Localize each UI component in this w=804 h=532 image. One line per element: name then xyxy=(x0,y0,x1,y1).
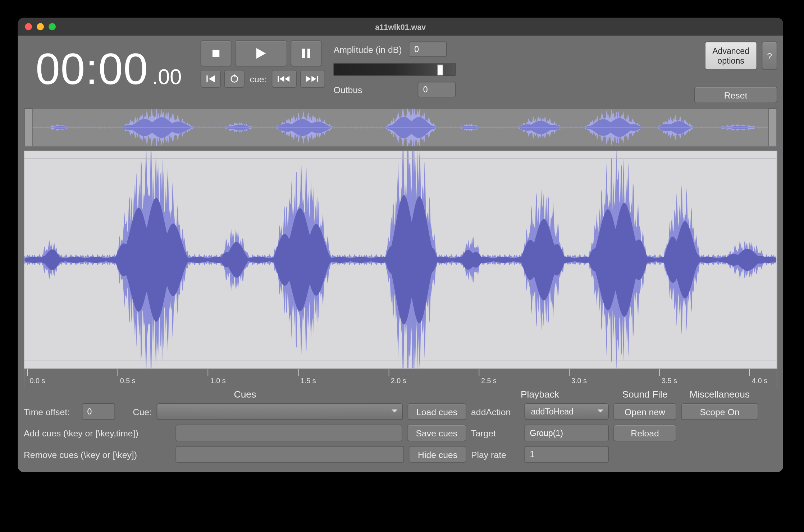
svg-rect-4 xyxy=(207,75,208,83)
svg-rect-3 xyxy=(307,49,310,58)
time-display: 00:00 .00 xyxy=(24,40,186,94)
ruler-tick: 4.0 s xyxy=(750,369,768,387)
playrate-input[interactable]: 1 xyxy=(525,446,609,463)
svg-rect-2 xyxy=(302,49,305,58)
main-waveform[interactable] xyxy=(24,151,777,369)
ruler-tick: 3.0 s xyxy=(569,369,587,387)
time-sub: .00 xyxy=(152,65,182,90)
ruler-tick: 2.5 s xyxy=(479,369,497,387)
playback-panel: addAction addToHead Target Group(1) Play… xyxy=(471,403,609,463)
play-button[interactable] xyxy=(235,40,287,66)
next-cue-button[interactable] xyxy=(300,70,325,88)
skip-to-start-button[interactable] xyxy=(201,70,221,88)
svg-marker-11 xyxy=(306,76,311,82)
ruler-tick: 1.5 s xyxy=(298,369,316,387)
open-new-button[interactable]: Open new xyxy=(613,403,676,420)
ruler-tick: 1.0 s xyxy=(208,369,226,387)
add-cues-label: Add cues (\key or [\key,time]) xyxy=(24,428,171,438)
ruler-tick: 3.5 s xyxy=(659,369,677,387)
remove-cues-input[interactable] xyxy=(175,446,404,463)
outbus-label: Outbus xyxy=(334,84,411,95)
main-wave-svg xyxy=(24,151,777,368)
svg-rect-0 xyxy=(213,50,220,57)
titlebar: a11wlk01.wav xyxy=(18,18,784,36)
misc-panel: Scope On xyxy=(681,403,758,463)
ruler-tick: 0.0 s xyxy=(27,369,45,387)
svg-marker-9 xyxy=(280,76,284,82)
outbus-value[interactable]: 0 xyxy=(418,82,456,97)
section-playback-header: Playback xyxy=(471,389,609,400)
amplitude-slider[interactable] xyxy=(334,63,456,76)
save-cues-button[interactable]: Save cues xyxy=(407,425,466,441)
remove-cues-label: Remove cues (\key or [\key]) xyxy=(24,449,171,459)
svg-marker-1 xyxy=(256,48,266,59)
cue-select-label: Cue: xyxy=(133,407,152,417)
soundfile-panel: Open new Reload xyxy=(613,403,676,463)
svg-rect-13 xyxy=(317,76,318,82)
playrate-label: Play rate xyxy=(471,449,520,459)
target-input[interactable]: Group(1) xyxy=(525,425,609,441)
window-title: a11wlk01.wav xyxy=(18,22,784,31)
loop-button[interactable] xyxy=(224,70,245,88)
target-label: Target xyxy=(471,428,520,438)
reset-button[interactable]: Reset xyxy=(694,87,777,103)
help-button[interactable]: ? xyxy=(762,42,777,70)
hide-cues-button[interactable]: Hide cues xyxy=(409,446,466,463)
cue-dropdown[interactable] xyxy=(156,403,403,420)
amplitude-label: Amplitude (in dB) xyxy=(334,44,402,54)
ruler-tick: 2.0 s xyxy=(388,369,406,387)
reload-button[interactable]: Reload xyxy=(613,425,676,441)
ruler-tick: 0.5 s xyxy=(118,369,136,387)
prev-cue-button[interactable] xyxy=(272,70,297,88)
pause-button[interactable] xyxy=(291,40,322,66)
amplitude-value[interactable]: 0 xyxy=(409,42,447,57)
load-cues-button[interactable]: Load cues xyxy=(407,403,466,420)
overview-handle-right[interactable] xyxy=(768,109,777,147)
time-ruler: 0.0 s0.5 s1.0 s1.5 s2.0 s2.5 s3.0 s3.5 s… xyxy=(24,369,777,387)
overview-handle-left[interactable] xyxy=(24,109,33,147)
stop-button[interactable] xyxy=(201,40,232,66)
section-misc-header: Miscellaneous xyxy=(681,389,758,400)
addaction-label: addAction xyxy=(471,407,520,417)
overview-waveform[interactable] xyxy=(24,108,777,147)
amplitude-slider-thumb[interactable] xyxy=(437,65,443,75)
section-soundfile-header: Sound File xyxy=(613,389,676,400)
svg-rect-8 xyxy=(278,76,279,82)
cues-panel: Time offset: 0 Cue: Load cues Add cues (… xyxy=(24,403,466,463)
advanced-options-button[interactable]: Advanced options xyxy=(705,42,757,70)
svg-marker-10 xyxy=(285,76,289,82)
section-cues-header: Cues xyxy=(24,389,466,400)
time-main: 00:00 xyxy=(36,44,149,94)
app-window: a11wlk01.wav 00:00 .00 xyxy=(18,18,784,472)
add-cues-input[interactable] xyxy=(175,425,402,441)
scope-on-button[interactable]: Scope On xyxy=(681,403,758,420)
svg-marker-5 xyxy=(209,75,215,83)
svg-marker-12 xyxy=(312,76,316,82)
addaction-dropdown[interactable]: addToHead xyxy=(525,403,609,420)
time-offset-input[interactable]: 0 xyxy=(82,403,115,420)
time-offset-label: Time offset: xyxy=(24,407,77,417)
cue-nav-label: cue: xyxy=(248,70,268,88)
